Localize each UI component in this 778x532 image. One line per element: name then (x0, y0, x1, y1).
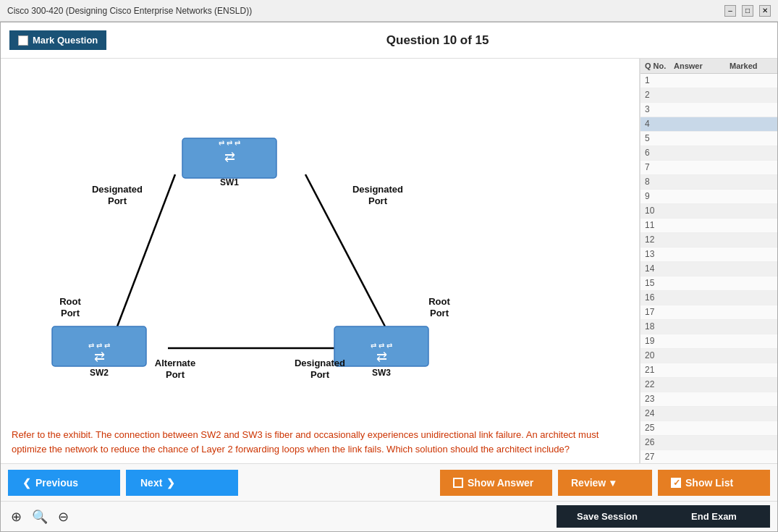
sidebar-row[interactable]: 4 (640, 117, 777, 132)
sidebar-row[interactable]: 11 (640, 219, 777, 233)
sidebar-header: Q No. Answer Marked (640, 59, 777, 74)
review-button[interactable]: Review ▾ (558, 470, 652, 496)
q-marked (730, 75, 773, 86)
svg-text:Root: Root (428, 296, 450, 307)
q-marked (730, 321, 773, 332)
sidebar-row[interactable]: 3 (640, 103, 777, 117)
col-q-no: Q No. (645, 62, 674, 70)
q-marked (730, 104, 773, 115)
maximize-button[interactable]: □ (742, 5, 753, 17)
show-answer-button[interactable]: Show Answer (440, 470, 552, 496)
minimize-button[interactable]: – (724, 5, 736, 17)
q-answer (674, 379, 730, 390)
q-number: 6 (645, 148, 674, 159)
end-exam-button[interactable]: End Exam (658, 505, 770, 528)
sidebar-row[interactable]: 6 (640, 146, 777, 161)
q-answer (674, 321, 730, 332)
q-answer (674, 75, 730, 86)
q-number: 27 (645, 452, 674, 463)
q-marked (730, 119, 773, 130)
svg-text:⇄: ⇄ (94, 350, 105, 364)
question-panel: ⇄ ⇄ ⇄ ⇄ SW1 ⇄ ⇄ ⇄ ⇄ SW2 ⇄ ⇄ ⇄ (1, 59, 640, 463)
q-answer (674, 437, 730, 448)
q-marked (730, 206, 773, 216)
q-marked (730, 90, 773, 101)
q-number: 23 (645, 394, 674, 405)
sidebar-row[interactable]: 20 (640, 349, 777, 363)
review-dropdown-icon: ▾ (610, 477, 615, 489)
zoom-normal-button[interactable]: 🔍 (29, 507, 51, 526)
sidebar-rows-container: 1234567891011121314151617181920212223242… (640, 74, 777, 463)
sidebar-row[interactable]: 13 (640, 248, 777, 262)
next-arrow-icon: ❯ (166, 477, 175, 489)
q-answer (674, 249, 730, 260)
sidebar-row[interactable]: 10 (640, 204, 777, 219)
q-number: 11 (645, 220, 674, 231)
sidebar-row[interactable]: 22 (640, 378, 777, 392)
q-answer (674, 90, 730, 101)
sidebar-row[interactable]: 17 (640, 305, 777, 320)
zoom-out-button[interactable]: ⊖ (55, 507, 72, 526)
previous-button[interactable]: ❮ Previous (8, 470, 120, 496)
sidebar-row[interactable]: 2 (640, 88, 777, 103)
q-marked (730, 408, 773, 419)
svg-text:Designated: Designated (295, 358, 345, 368)
titlebar-title: Cisco 300-420 (Designing Cisco Enterpris… (7, 6, 252, 16)
q-number: 14 (645, 263, 674, 274)
show-list-button[interactable]: ✓ Show List (658, 470, 770, 496)
q-marked (730, 423, 773, 434)
main-window: Mark Question Question 10 of 15 (0, 22, 778, 532)
svg-text:⇄: ⇄ (224, 150, 235, 164)
q-number: 24 (645, 408, 674, 419)
sidebar-row[interactable]: 7 (640, 161, 777, 175)
sidebar-row[interactable]: 1 (640, 74, 777, 88)
svg-text:⇄ ⇄ ⇄: ⇄ ⇄ ⇄ (219, 139, 240, 147)
svg-text:Alternate: Alternate (155, 358, 195, 368)
q-number: 16 (645, 292, 674, 303)
zoom-in-button[interactable]: ⊕ (8, 507, 25, 526)
zoom-controls: ⊕ 🔍 ⊖ (8, 507, 72, 526)
save-session-button[interactable]: Save Session (557, 505, 658, 528)
sidebar-row[interactable]: 16 (640, 291, 777, 305)
q-marked (730, 263, 773, 274)
footer-buttons: ❮ Previous Next ❯ Show Answer Review ▾ ✓… (1, 463, 777, 501)
q-marked (730, 249, 773, 260)
q-number: 21 (645, 365, 674, 376)
sidebar-row[interactable]: 9 (640, 190, 777, 204)
header-bar: Mark Question Question 10 of 15 (1, 22, 777, 59)
sidebar-row[interactable]: 25 (640, 421, 777, 436)
svg-text:⇄ ⇄ ⇄: ⇄ ⇄ ⇄ (371, 342, 392, 350)
svg-text:Port: Port (430, 308, 449, 318)
sidebar-row[interactable]: 18 (640, 320, 777, 334)
svg-text:Port: Port (310, 369, 330, 380)
q-number: 2 (645, 90, 674, 101)
content-area: ⇄ ⇄ ⇄ ⇄ SW1 ⇄ ⇄ ⇄ ⇄ SW2 ⇄ ⇄ ⇄ (1, 59, 777, 463)
sidebar-row[interactable]: 24 (640, 407, 777, 421)
q-answer (674, 235, 730, 245)
q-number: 10 (645, 206, 674, 216)
sidebar-row[interactable]: 19 (640, 334, 777, 349)
q-answer (674, 220, 730, 231)
close-button[interactable]: ✕ (759, 5, 771, 17)
q-number: 4 (645, 119, 674, 130)
q-answer (674, 365, 730, 376)
sidebar-row[interactable]: 23 (640, 392, 777, 407)
q-marked (730, 278, 773, 289)
sidebar-row[interactable]: 5 (640, 132, 777, 146)
save-session-label: Save Session (577, 511, 638, 522)
sidebar-row[interactable]: 14 (640, 262, 777, 276)
svg-text:Port: Port (61, 308, 80, 318)
sidebar-row[interactable]: 27 (640, 450, 777, 463)
sidebar-row[interactable]: 8 (640, 175, 777, 190)
sidebar-row[interactable]: 12 (640, 233, 777, 248)
q-answer (674, 104, 730, 115)
sidebar-row[interactable]: 15 (640, 276, 777, 291)
q-number: 19 (645, 336, 674, 347)
next-label: Next (140, 477, 162, 489)
mark-checkbox-icon (18, 35, 28, 46)
mark-question-button[interactable]: Mark Question (9, 30, 106, 50)
next-button[interactable]: Next ❯ (126, 470, 238, 496)
sidebar-row[interactable]: 26 (640, 436, 777, 450)
q-marked (730, 336, 773, 347)
sidebar-row[interactable]: 21 (640, 363, 777, 378)
